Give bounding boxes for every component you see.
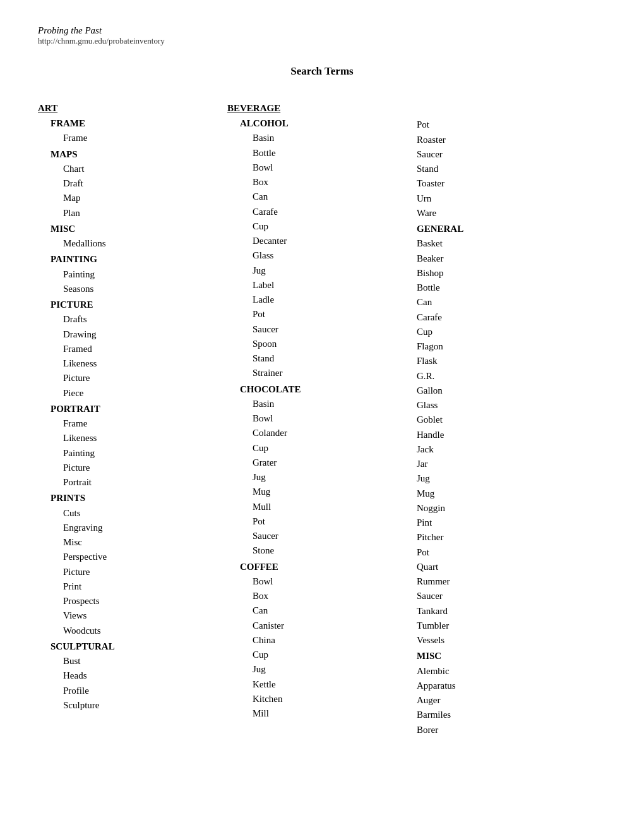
list-item: Apparatus (417, 679, 600, 693)
list-item: Portrait (38, 475, 221, 490)
beverage-column: BEVERAGE ALCOHOL Basin Bottle Bowl Box C… (227, 103, 417, 721)
list-item: Likeness (38, 356, 221, 371)
list-item: Jar (417, 457, 600, 471)
list-item: Perspective (38, 550, 221, 564)
list-item: Frame (38, 131, 221, 145)
list-item: Kitchen (227, 692, 410, 706)
list-item: Jug (227, 662, 410, 677)
list-item: Handle (417, 428, 600, 442)
list-item: COFFEE (227, 560, 410, 574)
list-item: Heads (38, 668, 221, 683)
list-item: Painting (38, 267, 221, 282)
list-item: Mug (417, 486, 600, 501)
list-item: Strainer (227, 366, 410, 380)
list-item: Bishop (417, 266, 600, 281)
list-item: Carafe (417, 310, 600, 325)
list-item: ALCOHOL (227, 116, 410, 131)
list-item: Woodcuts (38, 624, 221, 638)
list-item: Canister (227, 619, 410, 633)
list-item: Engraving (38, 521, 221, 535)
list-item: SCULPTURAL (38, 639, 221, 654)
list-item: Picture (38, 565, 221, 579)
list-item: Flagon (417, 339, 600, 354)
site-title: Probing the Past (38, 25, 606, 36)
list-item: Cup (227, 441, 410, 456)
list-item: Pot (417, 545, 600, 560)
list-item: Cuts (38, 506, 221, 521)
list-item: Basket (417, 236, 600, 251)
list-item: Seasons (38, 282, 221, 296)
list-item: Framed (38, 342, 221, 356)
list-item: Saucer (227, 322, 410, 337)
list-item: G.R. (417, 369, 600, 384)
list-item: Goblet (417, 413, 600, 427)
list-item: Stand (227, 351, 410, 366)
list-item: PICTURE (38, 298, 221, 312)
list-item: Prospects (38, 594, 221, 608)
list-item: Beaker (417, 251, 600, 266)
list-item: China (227, 633, 410, 648)
beverage-column-header: BEVERAGE (227, 103, 410, 114)
list-item: Cup (227, 648, 410, 662)
list-item: Pot (227, 514, 410, 529)
list-item: Views (38, 608, 221, 623)
list-item: Kettle (227, 677, 410, 692)
list-item: Rummer (417, 574, 600, 589)
list-item: Bowl (227, 160, 410, 175)
list-item: Roaster (417, 133, 600, 147)
list-item: Sculpture (38, 698, 221, 713)
list-item: Box (227, 175, 410, 190)
list-item: Barmiles (417, 708, 600, 722)
list-item: PORTRAIT (38, 402, 221, 416)
list-item: Quart (417, 560, 600, 574)
list-item: Pitcher (417, 530, 600, 545)
list-item: Vessels (417, 633, 600, 648)
list-item: Painting (38, 446, 221, 461)
list-item: Toaster (417, 176, 600, 191)
list-item: Label (227, 278, 410, 293)
list-item: Jug (227, 263, 410, 278)
list-item: Can (227, 190, 410, 204)
list-item: Cup (227, 219, 410, 234)
list-item: Tankard (417, 604, 600, 619)
list-item: Colander (227, 426, 410, 440)
list-item: Noggin (417, 501, 600, 516)
list-item (417, 103, 600, 118)
list-item: Stone (227, 543, 410, 558)
list-item: Spoon (227, 337, 410, 351)
list-item: Chart (38, 162, 221, 176)
list-item: Cup (417, 325, 600, 339)
list-item: Mug (227, 485, 410, 499)
list-item: CHOCOLATE (227, 382, 410, 397)
list-item: Likeness (38, 431, 221, 445)
site-url: http://chnm.gmu.edu/probateinventory (38, 36, 606, 46)
main-content: ART FRAME Frame MAPS Chart Draft Map Pla… (38, 103, 606, 737)
list-item: Profile (38, 684, 221, 698)
list-item: FRAME (38, 116, 221, 131)
list-item: Auger (417, 693, 600, 708)
list-item: PRINTS (38, 491, 221, 505)
list-item: Saucer (227, 529, 410, 543)
list-item: Glass (417, 398, 600, 413)
list-item: Can (417, 295, 600, 310)
list-item: PAINTING (38, 252, 221, 267)
list-item: Picture (38, 461, 221, 475)
list-item: Saucer (417, 147, 600, 162)
list-item: Pot (227, 307, 410, 322)
list-item: Mull (227, 500, 410, 514)
list-item: Glass (227, 248, 410, 263)
list-item: GENERAL (417, 222, 600, 236)
list-item: MISC (417, 649, 600, 663)
list-item: Bottle (417, 281, 600, 295)
page-header: Probing the Past http://chnm.gmu.edu/pro… (38, 25, 606, 46)
list-item: Plan (38, 206, 221, 221)
list-item: Can (227, 603, 410, 618)
list-item: Saucer (417, 589, 600, 603)
list-item: MAPS (38, 147, 221, 162)
list-item: Drafts (38, 312, 221, 327)
list-item: MISC (38, 222, 221, 236)
list-item: Stand (417, 162, 600, 176)
list-item: Grater (227, 456, 410, 470)
list-item: Basin (227, 131, 410, 145)
list-item: Basin (227, 397, 410, 411)
